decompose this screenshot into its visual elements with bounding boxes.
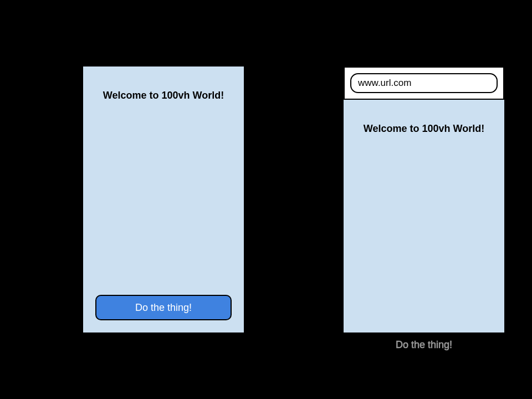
cta-button-overflow-label: Do the thing! xyxy=(367,339,481,351)
phone-mockup-right: www.url.com Welcome to 100vh World! xyxy=(344,66,504,332)
page-heading-left: Welcome to 100vh World! xyxy=(83,66,244,101)
page-content-right: Welcome to 100vh World! xyxy=(344,100,504,366)
page-content-left: Welcome to 100vh World! Do the thing! xyxy=(83,66,244,332)
url-bar[interactable]: www.url.com xyxy=(350,73,498,93)
browser-chrome: www.url.com xyxy=(344,66,504,100)
url-text: www.url.com xyxy=(358,78,411,88)
cta-button-left[interactable]: Do the thing! xyxy=(95,295,232,320)
cta-button-label-left: Do the thing! xyxy=(135,302,192,314)
page-heading-right: Welcome to 100vh World! xyxy=(344,100,504,135)
phone-mockup-left: Welcome to 100vh World! Do the thing! xyxy=(83,66,244,332)
